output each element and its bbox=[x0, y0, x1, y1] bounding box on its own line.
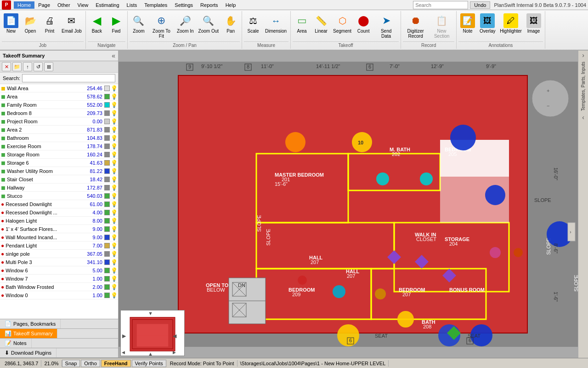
bottom-tabs: 📄 Pages, Bookmarks 📊 Takeoff Summary 📝 N… bbox=[0, 319, 118, 358]
ribbon-btn-new[interactable]: 📄 New bbox=[2, 12, 20, 35]
panel-refresh-button[interactable]: ↺ bbox=[34, 62, 43, 71]
tab-pages-bookmarks[interactable]: 📄 Pages, Bookmarks bbox=[0, 319, 61, 328]
tab-notes[interactable]: 📝 Notes bbox=[0, 339, 32, 348]
blueprint-svg[interactable]: 9'-10 1/2" 11'-0" 14'-11 1/2" 7'-0" 12'-… bbox=[119, 51, 578, 358]
ribbon-btn-email[interactable]: ✉ Email Job bbox=[60, 12, 84, 35]
item-type-icon: ◼ bbox=[1, 193, 6, 199]
svg-point-54 bbox=[490, 247, 501, 258]
status-ortho[interactable]: Ortho bbox=[81, 360, 100, 367]
item-bulb-icon: 💡 bbox=[111, 168, 117, 174]
right-panel-collapse[interactable]: ‹ bbox=[582, 114, 584, 121]
ribbon-btn-send-data[interactable]: ➤ Send Data bbox=[373, 12, 399, 40]
menu-lists[interactable]: Lists bbox=[123, 1, 141, 9]
right-panel-label[interactable]: Templates, Parts, Inputs bbox=[581, 60, 586, 113]
menu-view[interactable]: View bbox=[74, 1, 92, 9]
ribbon-btn-zoom-fit[interactable]: ⊕ Zoom To Fit bbox=[149, 12, 174, 40]
search-row: Search: bbox=[0, 73, 118, 84]
takeoff-list-item[interactable]: ◼ Area 2 871.83 💡 bbox=[0, 126, 118, 134]
ribbon-btn-dimension[interactable]: ↔ Dimension bbox=[263, 12, 288, 35]
svg-text:SLOPE: SLOPE bbox=[573, 275, 578, 292]
menu-reports[interactable]: Reports bbox=[197, 1, 222, 9]
ribbon-btn-pan[interactable]: ✋ Pan bbox=[221, 12, 240, 35]
takeoff-list-item[interactable]: ◼ Storage 6 41.63 💡 bbox=[0, 159, 118, 167]
ribbon-btn-zoom-out[interactable]: 🔍 Zoom Out bbox=[197, 12, 220, 35]
tab-takeoff-summary[interactable]: 📊 Takeoff Summary bbox=[0, 329, 57, 338]
panel-up-button[interactable]: ↑ bbox=[23, 62, 32, 71]
takeoff-list-item[interactable]: ● Bath Window Frosted 2.00 💡 bbox=[0, 283, 118, 291]
item-bulb-icon: 💡 bbox=[111, 85, 117, 92]
minimap-nav-right[interactable]: ▶ bbox=[173, 350, 176, 355]
right-panel-expand[interactable]: › bbox=[582, 52, 584, 59]
takeoff-list-item[interactable]: ● Multi Pole 3 341.10 💡 bbox=[0, 258, 118, 266]
panel-delete-button[interactable]: ✕ bbox=[2, 62, 11, 71]
overlay-icon: 🖼 bbox=[480, 13, 495, 28]
download-icon: ⬇ bbox=[5, 350, 9, 356]
ribbon-btn-print[interactable]: 🖨 Print bbox=[40, 12, 59, 35]
panel-folder-button[interactable]: 📁 bbox=[12, 62, 22, 71]
takeoff-list-item[interactable]: ◼ Stucco 540.03 💡 bbox=[0, 192, 118, 200]
ribbon-btn-image[interactable]: 🖼 Image bbox=[525, 12, 543, 35]
menu-page[interactable]: Page bbox=[34, 1, 54, 9]
takeoff-list-item[interactable]: ◼ Bedroom 8 209.73 💡 bbox=[0, 109, 118, 117]
takeoff-list-item[interactable]: ● Recessed Downlight ... 4.00 💡 bbox=[0, 208, 118, 217]
ribbon-btn-overlay[interactable]: 🖼 Overlay bbox=[478, 12, 497, 35]
ribbon-btn-segment[interactable]: ⬡ Segment bbox=[331, 12, 353, 35]
ribbon-buttons-navigate: ◀ Back ▶ Fwd bbox=[88, 12, 125, 41]
takeoff-list-item[interactable]: ◼ Hallway 172.87 💡 bbox=[0, 184, 118, 192]
takeoff-list-item[interactable]: ◼ Exercise Room 178.74 💡 bbox=[0, 142, 118, 150]
item-bulb-icon: 💡 bbox=[111, 93, 117, 100]
ribbon-btn-highlighter[interactable]: 🖊 Highlighter bbox=[498, 12, 524, 35]
ribbon-btn-zoom-in[interactable]: 🔎 Zoom In bbox=[175, 12, 196, 35]
takeoff-list-item[interactable]: ● Halogen Light 8.00 💡 bbox=[0, 217, 118, 225]
takeoff-list-item[interactable]: ● Window 6 5.00 💡 bbox=[0, 266, 118, 275]
takeoff-list-item[interactable]: ◼ Family Room 552.00 💡 bbox=[0, 101, 118, 109]
ribbon-btn-note[interactable]: 📝 Note bbox=[458, 12, 477, 35]
takeoff-list-item[interactable]: ◼ Bathroom 104.83 💡 bbox=[0, 134, 118, 142]
ribbon-btn-digitizer-record[interactable]: ⏺ Digitizer Record bbox=[403, 12, 428, 40]
takeoff-list-item[interactable]: ◼ Wall Area 254.46 💡 bbox=[0, 84, 118, 92]
menu-home[interactable]: Home bbox=[14, 1, 34, 9]
svg-point-57 bbox=[514, 248, 523, 257]
search-input[interactable] bbox=[413, 1, 468, 9]
takeoff-list-item[interactable]: ◼ Area 578.62 💡 bbox=[0, 92, 118, 101]
ribbon-btn-linear[interactable]: 📏 Linear bbox=[312, 12, 330, 35]
ribbon-btn-count[interactable]: ⬤ Count bbox=[354, 12, 373, 35]
panel-grid-button[interactable]: ⊞ bbox=[44, 62, 53, 71]
ribbon-btn-zoom[interactable]: 🔍 Zoom bbox=[130, 12, 148, 35]
takeoff-list-item[interactable]: ● sinlge pole 367.05 💡 bbox=[0, 250, 118, 258]
status-verify[interactable]: Verify Points bbox=[132, 360, 166, 367]
menu-other[interactable]: Other bbox=[54, 1, 74, 9]
takeoff-list-item[interactable]: ● Window 7 1.00 💡 bbox=[0, 275, 118, 283]
takeoff-list-item[interactable]: ◼ Stair Closet 18.42 💡 bbox=[0, 175, 118, 184]
ribbon-btn-scale[interactable]: ⚖ Scale bbox=[244, 12, 262, 35]
takeoff-list-item[interactable]: ● Window 0 1.00 💡 bbox=[0, 291, 118, 299]
takeoff-list-item[interactable]: ◼ Washer Utility Room 81.22 💡 bbox=[0, 167, 118, 175]
item-color-swatch bbox=[104, 235, 110, 240]
status-freehand[interactable]: FreeHand bbox=[101, 360, 131, 367]
tab-download-plugins[interactable]: ⬇ Download Plugins bbox=[0, 348, 57, 357]
ribbon-group-zoom-label: Zoom / Pan bbox=[130, 41, 240, 48]
ribbon-btn-area[interactable]: ▭ Area bbox=[293, 12, 311, 35]
ribbon-btn-scale-label: Scale bbox=[248, 29, 259, 34]
panel-search-input[interactable] bbox=[22, 74, 115, 82]
canvas-area[interactable]: 9'-10 1/2" 11'-0" 14'-11 1/2" 7'-0" 12'-… bbox=[119, 51, 578, 358]
takeoff-list-item[interactable]: ◼ Project Room 0.00 💡 bbox=[0, 117, 118, 126]
minimap-nav-left[interactable]: ◀ bbox=[122, 350, 125, 355]
menu-help[interactable]: Help bbox=[222, 1, 240, 9]
undo-button[interactable]: Undo bbox=[470, 1, 490, 9]
takeoff-list-item[interactable]: ● 1' x 4' Surface Flores... 9.00 💡 bbox=[0, 225, 118, 233]
canvas-container[interactable]: 9'-10 1/2" 11'-0" 14'-11 1/2" 7'-0" 12'-… bbox=[119, 51, 578, 358]
takeoff-list-item[interactable]: ◼ Storage Room 160.24 💡 bbox=[0, 150, 118, 159]
ribbon-btn-back[interactable]: ◀ Back bbox=[88, 12, 106, 35]
item-bulb-icon: 💡 bbox=[111, 292, 117, 299]
menu-estimating[interactable]: Estimating bbox=[92, 1, 123, 9]
ribbon-btn-open[interactable]: 📂 Open bbox=[21, 12, 40, 35]
takeoff-list-item[interactable]: ● Wall Mounted Incand... 9.00 💡 bbox=[0, 233, 118, 242]
ribbon-btn-fwd[interactable]: ▶ Fwd bbox=[107, 12, 125, 35]
takeoff-list-item[interactable]: ● Recessed Downlight 61.00 💡 bbox=[0, 200, 118, 208]
menu-templates[interactable]: Templates bbox=[141, 1, 171, 9]
status-snap[interactable]: Snap bbox=[62, 360, 80, 367]
menu-settings[interactable]: Settings bbox=[171, 1, 197, 9]
takeoff-list-item[interactable]: ● Pendant Light 7.00 💡 bbox=[0, 242, 118, 250]
panel-collapse-button[interactable]: « bbox=[112, 52, 115, 59]
